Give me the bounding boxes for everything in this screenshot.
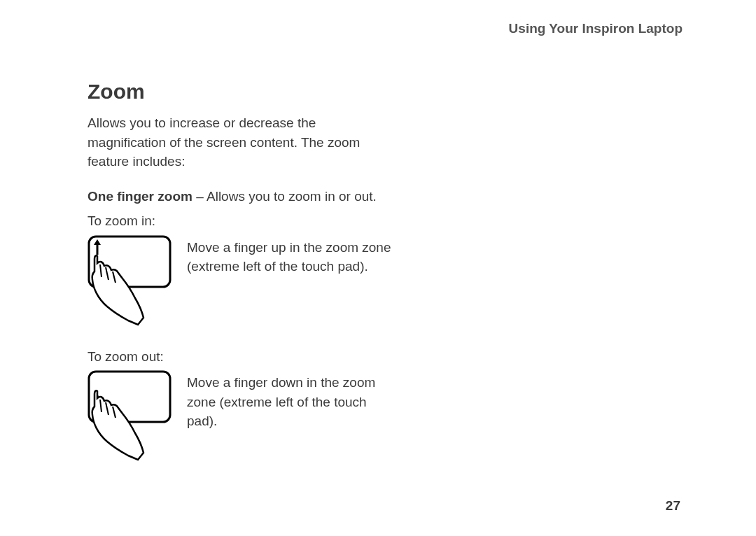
- feature-bold: One finger zoom: [88, 189, 192, 204]
- zoom-in-label: To zoom in:: [88, 211, 686, 231]
- zoom-out-gesture-icon: [88, 370, 172, 461]
- zoom-out-label: To zoom out:: [88, 347, 686, 367]
- zoom-out-desc: Move a finger down in the zoom zone (ext…: [187, 370, 397, 431]
- feature-line: One finger zoom – Allows you to zoom in …: [88, 187, 410, 206]
- zoom-in-gesture-icon: [88, 235, 172, 326]
- zoom-out-row: Move a finger down in the zoom zone (ext…: [88, 370, 686, 461]
- page-number: 27: [666, 498, 680, 514]
- svg-marker-2: [94, 239, 101, 245]
- page-container: Using Your Inspiron Laptop Zoom Allows y…: [0, 0, 756, 536]
- zoom-in-desc: Move a finger up in the zoom zone (extre…: [187, 235, 397, 276]
- page-header: Using Your Inspiron Laptop: [88, 21, 686, 36]
- intro-text: Allows you to increase or decrease the m…: [88, 113, 396, 171]
- section-title: Zoom: [88, 80, 686, 104]
- header-title: Using Your Inspiron Laptop: [509, 21, 682, 36]
- zoom-in-row: Move a finger up in the zoom zone (extre…: [88, 235, 686, 326]
- feature-rest: – Allows you to zoom in or out.: [192, 189, 377, 204]
